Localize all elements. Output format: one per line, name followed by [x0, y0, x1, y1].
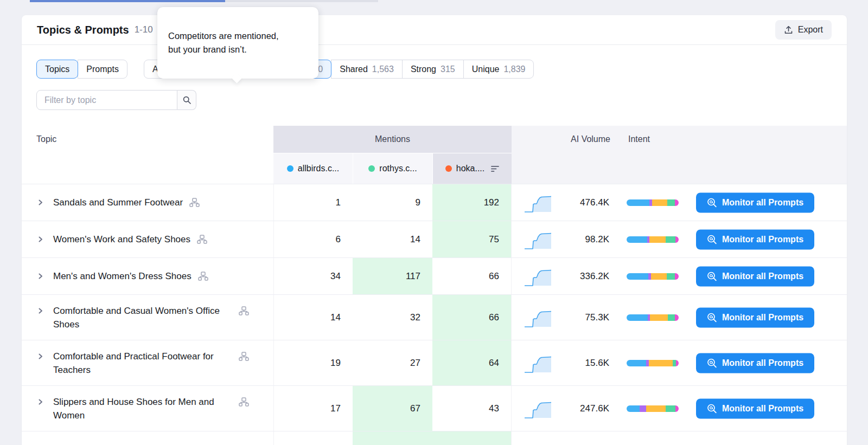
expand-chevron-icon[interactable] — [37, 273, 44, 280]
filter-unique[interactable]: Unique1,839 — [463, 60, 534, 79]
pagination-range: 1-10 — [135, 24, 153, 35]
intent-segment — [666, 236, 675, 243]
column-header-allbirds[interactable]: allbirds.c... — [273, 153, 353, 184]
monitor-all-prompts-button[interactable]: Monitor all Prompts — [696, 307, 814, 327]
row-details-cell: 247.6K Monitor all Prompts — [512, 386, 847, 431]
mentions-hoka-cell: 192 — [432, 184, 512, 221]
expand-chevron-icon[interactable] — [37, 199, 44, 206]
topic-name[interactable]: Sandals and Summer Footwear — [53, 196, 183, 209]
table-body: Sandals and Summer Footwear 1 9 192 476.… — [22, 184, 847, 445]
topic-hierarchy-icon — [239, 306, 249, 315]
ai-volume-value: 247.6K — [544, 403, 609, 414]
row-details-cell: 15.6K Monitor all Prompts — [512, 340, 847, 385]
topic-inner: Comfortable and Practical Footwear for T… — [37, 350, 249, 377]
monitor-all-prompts-button[interactable]: Monitor all Prompts — [696, 398, 814, 418]
monitor-all-prompts-button[interactable]: Monitor all Prompts — [696, 353, 814, 373]
topic-name[interactable]: Slippers and House Shoes for Men and Wom… — [53, 395, 232, 422]
column-header-intent: Intent — [628, 134, 650, 144]
intent-segment — [627, 405, 640, 412]
intent-segment — [640, 405, 646, 412]
intent-segment — [667, 199, 675, 206]
filter-strong[interactable]: Strong315 — [402, 60, 464, 79]
mentions-allbirds-cell: 14 — [273, 295, 353, 340]
topic-hierarchy-icon — [197, 235, 207, 244]
page-title: Topics & Prompts — [37, 24, 129, 36]
mentions-allbirds-cell: 19 — [273, 340, 353, 385]
intent-segment — [627, 360, 646, 366]
table-header: Topic Mentions allbirds.c... rothys.c...… — [22, 126, 847, 184]
mentions-rothys-cell: 14 — [353, 221, 432, 257]
column-header-topic: Topic — [36, 134, 56, 144]
intent-segment — [652, 199, 667, 206]
mentions-hoka-cell: 75 — [432, 221, 512, 257]
intent-segment — [675, 314, 679, 321]
expand-chevron-icon[interactable] — [37, 236, 44, 243]
mentions-rothys-cell: 67 — [353, 386, 432, 431]
intent-segment — [646, 405, 666, 412]
card-header: Topics & Prompts 1-10 Export — [22, 15, 847, 45]
topic-name[interactable]: Women's Work and Safety Shoes — [53, 233, 190, 246]
topic-cell — [22, 431, 273, 445]
intent-distribution-bar — [627, 314, 679, 321]
intent-segment — [649, 236, 666, 243]
topic-cell: Comfortable and Practical Footwear for T… — [22, 340, 273, 385]
expand-chevron-icon[interactable] — [37, 398, 44, 405]
monitor-all-prompts-button[interactable]: Monitor all Prompts — [696, 229, 814, 249]
tab-topics[interactable]: Topics — [36, 60, 78, 79]
table-row: Comfortable and Practical Footwear for T… — [22, 340, 847, 385]
view-toggle: Topics Prompts — [36, 60, 127, 79]
row-details-cell — [512, 431, 847, 445]
topic-name[interactable]: Comfortable and Casual Women's Office Sh… — [53, 304, 232, 331]
column-group-mentions: Mentions — [273, 126, 512, 153]
monitor-all-prompts-button[interactable]: Monitor all Prompts — [696, 266, 814, 286]
table-row: Men's and Women's Dress Shoes 34 117 66 … — [22, 257, 847, 294]
expand-chevron-icon[interactable] — [37, 353, 44, 360]
topic-hierarchy-icon — [198, 272, 208, 281]
topic-hierarchy-icon — [189, 198, 200, 207]
ai-volume-value: 98.2K — [544, 234, 609, 245]
topic-cell: Men's and Women's Dress Shoes — [22, 258, 273, 294]
intent-segment — [666, 405, 675, 412]
intent-segment — [675, 199, 679, 206]
column-header-hoka[interactable]: hoka.... — [432, 153, 512, 184]
mentions-hoka-cell — [432, 431, 512, 445]
topics-prompts-page: Topics & Prompts 1-10 Export Topics Prom… — [0, 0, 868, 445]
intent-segment — [649, 360, 673, 366]
intent-segment — [667, 273, 675, 280]
filter-unique-count: 1,839 — [503, 65, 525, 74]
prompt-monitor-icon — [707, 403, 717, 414]
topic-name[interactable]: Comfortable and Practical Footwear for T… — [53, 350, 232, 377]
sort-descending-icon[interactable] — [491, 165, 499, 172]
row-details-cell: 476.4K Monitor all Prompts — [512, 184, 847, 221]
prompt-monitor-icon — [707, 271, 717, 281]
mentions-rothys-cell: 32 — [353, 295, 432, 340]
top-clipped-bar-blue — [30, 0, 225, 2]
intent-segment — [627, 199, 649, 206]
intent-segment — [650, 314, 668, 321]
monitor-button-label: Monitor all Prompts — [722, 198, 803, 208]
ai-volume-value: 476.4K — [544, 197, 609, 208]
prompt-monitor-icon — [707, 358, 717, 368]
table-row: Comfortable and Casual Women's Office Sh… — [22, 294, 847, 340]
allbirds-dot — [287, 165, 293, 172]
search-button[interactable] — [177, 90, 196, 110]
topic-inner: Men's and Women's Dress Shoes — [37, 269, 208, 283]
column-header-ai-volume: AI Volume — [532, 134, 610, 144]
mentions-rothys-cell: 9 — [353, 184, 432, 221]
filter-shared[interactable]: Shared1,563 — [331, 60, 403, 79]
expand-chevron-icon[interactable] — [37, 307, 44, 314]
topic-name[interactable]: Men's and Women's Dress Shoes — [53, 269, 192, 283]
search-input[interactable] — [36, 90, 177, 110]
mentions-allbirds-cell — [273, 431, 353, 445]
mentions-hoka-cell: 66 — [432, 258, 512, 294]
mentions-allbirds-cell: 1 — [273, 184, 353, 221]
export-button[interactable]: Export — [775, 20, 832, 40]
mentions-hoka-cell: 66 — [432, 295, 512, 340]
column-header-rothys[interactable]: rothys.c... — [353, 153, 432, 184]
mentions-hoka-cell: 43 — [432, 386, 512, 431]
table-row: Women's Work and Safety Shoes 6 14 75 98… — [22, 221, 847, 257]
intent-segment — [627, 273, 648, 280]
tab-prompts[interactable]: Prompts — [78, 60, 127, 79]
mentions-rothys-cell: 117 — [353, 258, 432, 294]
monitor-all-prompts-button[interactable]: Monitor all Prompts — [696, 192, 814, 212]
